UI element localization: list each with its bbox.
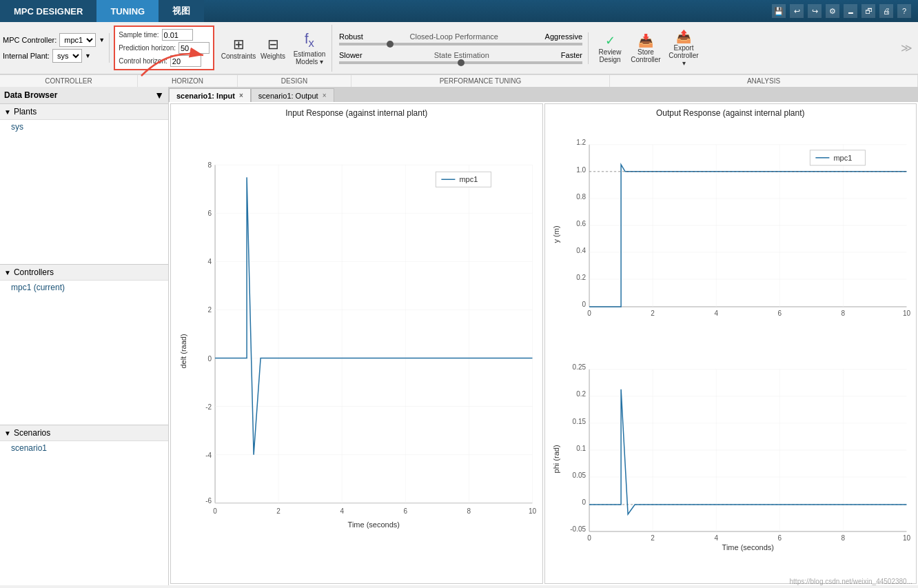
- sample-time-input[interactable]: [162, 29, 193, 41]
- svg-text:0.2: 0.2: [576, 274, 586, 281]
- mpc-controller-label: MPC Controller:: [3, 36, 57, 44]
- help-btn[interactable]: ?: [897, 4, 911, 18]
- sidebar-menu-icon[interactable]: ▼: [154, 90, 164, 101]
- review-icon: ✓: [605, 33, 615, 48]
- undo-icon-btn[interactable]: ↩: [790, 4, 804, 18]
- state-estimation-slider[interactable]: [339, 61, 582, 64]
- svg-text:10: 10: [529, 507, 537, 515]
- svg-text:8: 8: [841, 310, 845, 317]
- tab-view[interactable]: 视图: [159, 0, 204, 22]
- sidebar-plant-sys[interactable]: sys: [0, 120, 168, 134]
- scenarios-arrow-icon: ▼: [4, 429, 11, 437]
- robust-slider[interactable]: [339, 43, 582, 45]
- plants-label: Plants: [14, 107, 37, 116]
- control-horizon-label: Control horizon:: [119, 57, 167, 65]
- input-tab[interactable]: scenario1: Input ×: [169, 88, 251, 102]
- svg-text:0.6: 0.6: [576, 220, 586, 227]
- internal-plant-row: Internal Plant: sys ▼: [3, 49, 105, 63]
- svg-text:0.1: 0.1: [576, 445, 586, 452]
- svg-text:0: 0: [587, 310, 591, 317]
- tab-tuning[interactable]: TUNING: [96, 0, 159, 22]
- internal-plant-select[interactable]: sys: [52, 49, 82, 63]
- weights-button[interactable]: ⊟ Weights: [257, 29, 289, 68]
- maximize-btn[interactable]: 🗗: [861, 4, 875, 18]
- prediction-horizon-row: Prediction horizon:: [119, 42, 210, 54]
- charts-area: Input Response (against internal plant) …: [169, 102, 918, 585]
- mpc-controller-select[interactable]: mpc1: [59, 33, 96, 47]
- svg-text:10: 10: [902, 534, 910, 542]
- sample-time-label: Sample time:: [119, 31, 159, 39]
- svg-text:2: 2: [651, 534, 655, 542]
- svg-text:4: 4: [340, 507, 344, 515]
- svg-text:8: 8: [841, 534, 845, 542]
- svg-text:1.2: 1.2: [576, 139, 586, 146]
- svg-text:0: 0: [582, 301, 586, 308]
- scenarios-section-header[interactable]: ▼ Scenarios: [0, 425, 168, 441]
- svg-text:Time (seconds): Time (seconds): [348, 520, 400, 529]
- export-controller-button[interactable]: 📤 Export Controller ▾: [664, 29, 703, 68]
- svg-text:0.25: 0.25: [572, 363, 586, 371]
- svg-text:4: 4: [714, 310, 718, 317]
- group-analysis: ANALYSIS: [610, 75, 918, 87]
- svg-text:delt (raad): delt (raad): [179, 334, 187, 368]
- svg-text:phi (rad): phi (rad): [552, 445, 560, 473]
- svg-text:6: 6: [207, 210, 212, 217]
- plants-section-header[interactable]: ▼ Plants: [0, 104, 168, 120]
- settings-icon-btn[interactable]: ⚙: [826, 4, 839, 18]
- ribbon-main: MPC Controller: mpc1 ▼ Internal Plant: s…: [0, 22, 918, 74]
- scenarios-label: Scenarios: [14, 428, 50, 438]
- svg-text:0: 0: [582, 498, 586, 506]
- ribbon-groups-bar: CONTROLLER HORIZON DESIGN PERFORMANCE TU…: [0, 74, 918, 87]
- svg-text:0.05: 0.05: [572, 472, 586, 479]
- title-bar: MPC DESIGNER TUNING 视图 💾 ↩ ↪ ⚙ 🗕 🗗 🖨 ?: [0, 0, 918, 22]
- input-tab-label: scenario1: Input: [176, 92, 235, 100]
- analysis-section: ✓ Review Design 📥 Store Controller 📤 Exp…: [590, 25, 706, 72]
- store-icon: 📥: [638, 33, 653, 48]
- estimation-models-button[interactable]: fx Estimation Models ▾: [290, 29, 329, 68]
- svg-text:8: 8: [467, 507, 471, 515]
- tab-mpc-designer[interactable]: MPC DESIGNER: [0, 0, 96, 22]
- data-browser-title: Data Browser: [4, 90, 57, 100]
- controllers-section-header[interactable]: ▼ Controllers: [0, 265, 168, 281]
- ribbon-collapse-btn[interactable]: ≫: [901, 41, 915, 54]
- controllers-arrow-icon: ▼: [4, 269, 11, 276]
- svg-text:2: 2: [276, 507, 280, 515]
- svg-text:4: 4: [207, 258, 212, 265]
- minimize-btn[interactable]: 🗕: [844, 4, 857, 18]
- svg-text:8: 8: [207, 161, 212, 169]
- svg-text:0.4: 0.4: [576, 247, 586, 254]
- dropdown-icon: ▼: [99, 37, 105, 43]
- svg-text:6: 6: [777, 534, 782, 542]
- constraints-button[interactable]: ⊞ Constraints: [221, 29, 256, 68]
- controllers-spacer: [0, 294, 168, 425]
- svg-text:0: 0: [587, 534, 591, 542]
- input-tab-close[interactable]: ×: [239, 92, 243, 99]
- controller-section: MPC Controller: mpc1 ▼ Internal Plant: s…: [3, 33, 110, 63]
- store-controller-button[interactable]: 📥 Store Controller: [629, 29, 663, 68]
- sample-time-row: Sample time:: [119, 29, 210, 41]
- save-icon-btn[interactable]: 💾: [772, 4, 786, 18]
- slower-label: Slower: [339, 51, 363, 59]
- svg-text:0.15: 0.15: [572, 418, 586, 425]
- design-section: ⊞ Constraints ⊟ Weights fx Estimation Mo…: [218, 25, 332, 72]
- print-btn[interactable]: 🖨: [879, 4, 893, 18]
- control-horizon-input[interactable]: [170, 55, 201, 67]
- sidebar: Data Browser ▼ ▼ Plants sys ▼ Controller…: [0, 87, 169, 585]
- robust-label: Robust: [339, 32, 363, 41]
- state-estimation-label: State Estimation: [434, 51, 489, 59]
- internal-plant-label: Internal Plant:: [3, 52, 50, 60]
- plant-dropdown-icon: ▼: [85, 52, 91, 59]
- output-tab[interactable]: scenario1: Output ×: [251, 88, 334, 102]
- scenarios-spacer: [0, 455, 168, 585]
- main-layout: Data Browser ▼ ▼ Plants sys ▼ Controller…: [0, 87, 918, 585]
- svg-text:0.8: 0.8: [576, 193, 586, 201]
- svg-text:6: 6: [404, 507, 408, 515]
- performance-tuning-section: Robust Closed-Loop Performance Aggressiv…: [334, 32, 589, 64]
- sidebar-controller-mpc1[interactable]: mpc1 (current): [0, 281, 168, 294]
- weights-icon: ⊟: [267, 36, 279, 52]
- redo-icon-btn[interactable]: ↪: [808, 4, 822, 18]
- review-design-button[interactable]: ✓ Review Design: [593, 29, 627, 68]
- sidebar-scenario1[interactable]: scenario1: [0, 441, 168, 455]
- output-tab-close[interactable]: ×: [323, 92, 327, 99]
- prediction-horizon-input[interactable]: [178, 42, 210, 54]
